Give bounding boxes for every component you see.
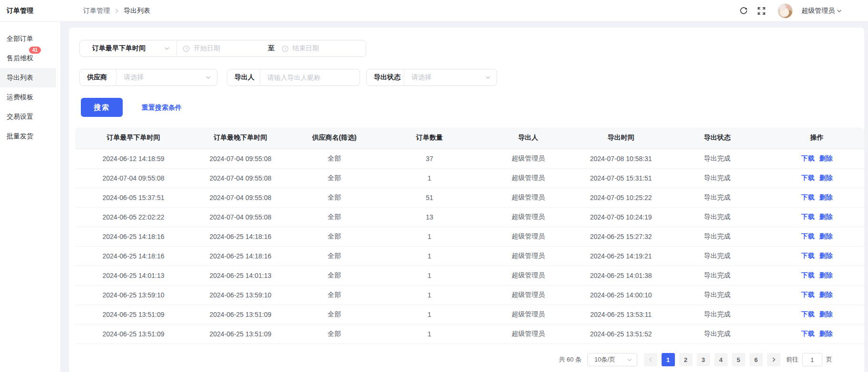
sidebar-item-all-orders[interactable]: 全部订单: [0, 29, 60, 48]
page-button-2[interactable]: 2: [679, 353, 692, 366]
table-cell: 全部: [289, 285, 380, 305]
sidebar-item-export-list[interactable]: 导出列表: [0, 68, 56, 87]
download-link[interactable]: 下载: [801, 174, 815, 181]
table-cell: 2024-06-25 13:53:11: [577, 305, 665, 324]
user-name-label: 超级管理员: [801, 7, 835, 15]
prev-page-button[interactable]: [644, 353, 657, 366]
status-select[interactable]: 请选择: [404, 69, 497, 86]
col-header: 订单最晚下单时间: [192, 127, 289, 149]
table-cell: 全部: [289, 227, 380, 246]
chevron-down-icon: [485, 76, 491, 79]
table-cell: 13: [380, 207, 479, 227]
table-cell: 2024-06-25 13:59:10: [192, 285, 289, 305]
top-bar: 订单管理 订单管理 导出列表 超级管理员: [0, 0, 868, 22]
table-cell: 超级管理员: [479, 285, 577, 305]
table-cell: 2024-07-05 10:24:19: [577, 207, 665, 227]
goto-page-input[interactable]: [802, 353, 822, 366]
download-link[interactable]: 下载: [801, 213, 815, 220]
start-date-input[interactable]: 开始日期: [177, 40, 267, 57]
sidebar: 全部订单 售后维权 41 导出列表 运费模板 交易设置 批量发货: [0, 22, 61, 372]
table-row: 2024-06-12 14:18:592024-07-04 09:55:08全部…: [75, 149, 864, 168]
delete-link[interactable]: 删除: [819, 310, 833, 318]
download-link[interactable]: 下载: [801, 154, 815, 162]
delete-link[interactable]: 删除: [819, 330, 833, 337]
col-header: 导出时间: [577, 127, 665, 149]
actions-cell: 下载删除: [770, 305, 864, 324]
table-row: 2024-07-04 09:55:082024-07-04 09:55:08全部…: [75, 168, 864, 188]
table-cell: 2024-06-25 13:51:09: [75, 324, 192, 343]
page-button-1[interactable]: 1: [662, 353, 675, 366]
avatar[interactable]: [778, 3, 793, 19]
table-row: 2024-06-05 15:37:512024-07-04 09:55:08全部…: [75, 188, 864, 207]
table-cell: 导出完成: [665, 285, 770, 305]
exporter-input[interactable]: [260, 69, 360, 86]
next-page-button[interactable]: [767, 353, 780, 366]
download-link[interactable]: 下载: [801, 232, 815, 240]
search-button[interactable]: 搜索: [81, 98, 123, 117]
reset-search-link[interactable]: 重置搜索条件: [142, 98, 182, 117]
page-size-value: 10条/页: [595, 355, 615, 364]
table-cell: 全部: [289, 324, 380, 343]
page-button-4[interactable]: 4: [714, 353, 728, 366]
sidebar-item-trade-settings[interactable]: 交易设置: [0, 107, 60, 126]
table-cell: 全部: [289, 188, 380, 207]
status-placeholder: 请选择: [411, 73, 431, 82]
status-filter-group: 导出状态 请选择: [366, 69, 497, 86]
download-link[interactable]: 下载: [801, 310, 815, 318]
breadcrumb-item[interactable]: 订单管理: [83, 7, 110, 15]
table-cell: 超级管理员: [479, 149, 577, 168]
col-header: 导出人: [479, 127, 577, 149]
table-cell: 2024-06-25 14:19:21: [577, 246, 665, 266]
table-cell: 2024-06-25 14:18:16: [75, 227, 192, 246]
table-cell: 1: [380, 305, 479, 324]
page-button-3[interactable]: 3: [697, 353, 710, 366]
supplier-select[interactable]: 请选择: [117, 69, 217, 86]
page-size-select[interactable]: 10条/页: [587, 353, 637, 366]
table-cell: 2024-07-05 15:31:51: [577, 168, 665, 188]
download-link[interactable]: 下载: [801, 193, 815, 201]
fullscreen-icon[interactable]: [757, 6, 766, 16]
download-link[interactable]: 下载: [801, 330, 815, 337]
table-cell: 全部: [289, 266, 380, 285]
user-menu[interactable]: 超级管理员: [801, 7, 842, 15]
table-cell: 导出完成: [665, 324, 770, 343]
table-cell: 全部: [289, 246, 380, 266]
sidebar-item-freight-template[interactable]: 运费模板: [0, 87, 60, 107]
page-button-5[interactable]: 5: [732, 353, 745, 366]
exporter-filter-group: 导出人: [227, 69, 360, 86]
sidebar-item-label: 批量发货: [7, 132, 33, 141]
table-cell: 导出完成: [665, 246, 770, 266]
time-type-value: 订单最早下单时间: [92, 44, 146, 53]
table-row: 2024-06-25 13:59:102024-06-25 13:59:10全部…: [75, 285, 864, 305]
table-cell: 2024-07-08 10:58:31: [577, 149, 665, 168]
end-date-input[interactable]: 结束日期: [276, 40, 366, 57]
exporter-label: 导出人: [227, 69, 260, 86]
delete-link[interactable]: 删除: [819, 252, 833, 259]
table-cell: 2024-06-25 14:00:10: [577, 285, 665, 305]
delete-link[interactable]: 删除: [819, 291, 833, 298]
table-row: 2024-06-25 14:18:162024-06-25 14:18:16全部…: [75, 227, 864, 246]
download-link[interactable]: 下载: [801, 252, 815, 259]
sidebar-item-label: 售后维权: [7, 54, 33, 63]
table-cell: 导出完成: [665, 188, 770, 207]
delete-link[interactable]: 删除: [819, 154, 833, 162]
delete-link[interactable]: 删除: [819, 213, 833, 220]
download-link[interactable]: 下载: [801, 291, 815, 298]
delete-link[interactable]: 删除: [819, 271, 833, 279]
sidebar-item-batch-shipping[interactable]: 批量发货: [0, 126, 60, 146]
delete-link[interactable]: 删除: [819, 232, 833, 240]
download-link[interactable]: 下载: [801, 271, 815, 279]
sidebar-item-after-sales[interactable]: 售后维权 41: [0, 48, 60, 68]
refresh-icon[interactable]: [739, 6, 748, 16]
table-row: 2024-06-25 13:51:092024-06-25 13:51:09全部…: [75, 324, 864, 343]
table-cell: 超级管理员: [479, 266, 577, 285]
table-cell: 1: [380, 266, 479, 285]
page-button-6[interactable]: 6: [750, 353, 763, 366]
table-cell: 导出完成: [665, 266, 770, 285]
delete-link[interactable]: 删除: [819, 193, 833, 201]
table-cell: 2024-06-25 13:51:09: [75, 305, 192, 324]
delete-link[interactable]: 删除: [819, 174, 833, 181]
table-cell: 2024-07-04 09:55:08: [75, 168, 192, 188]
time-type-select[interactable]: 订单最早下单时间: [80, 40, 176, 57]
topbar-actions: 超级管理员: [739, 3, 842, 19]
